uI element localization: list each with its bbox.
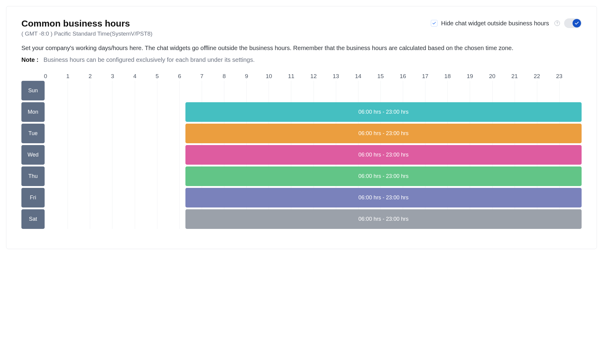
hour-tick: 4 <box>135 73 157 80</box>
hour-tick: 0 <box>46 73 68 80</box>
day-row: Fri06:00 hrs - 23:00 hrs <box>46 188 582 207</box>
note-text: Business hours can be configured exclusi… <box>43 56 254 63</box>
day-row: Wed06:00 hrs - 23:00 hrs <box>46 145 582 165</box>
hours-axis: 01234567891011121314151617181920212223 <box>46 73 582 80</box>
hours-bar-tue[interactable]: 06:00 hrs - 23:00 hrs <box>185 124 582 143</box>
page-title: Common business hours <box>21 18 153 29</box>
bar-track[interactable]: 06:00 hrs - 23:00 hrs <box>46 102 582 122</box>
hour-tick: 6 <box>179 73 202 80</box>
hide-widget-checkbox-group: Hide chat widget outside business hours … <box>431 20 560 27</box>
hour-tick: 1 <box>68 73 90 80</box>
help-icon[interactable]: ? <box>554 21 560 26</box>
bar-track[interactable]: 06:00 hrs - 23:00 hrs <box>46 145 582 165</box>
day-row: Sat06:00 hrs - 23:00 hrs <box>46 209 582 229</box>
bar-track[interactable] <box>46 81 582 100</box>
check-icon <box>574 21 579 26</box>
check-icon <box>432 21 436 25</box>
hours-bar-wed[interactable]: 06:00 hrs - 23:00 hrs <box>185 145 582 165</box>
hour-tick: 2 <box>90 73 112 80</box>
day-row: Tue06:00 hrs - 23:00 hrs <box>46 124 582 143</box>
day-label-fri[interactable]: Fri <box>21 188 45 207</box>
hours-bar-sat[interactable]: 06:00 hrs - 23:00 hrs <box>185 209 582 229</box>
hour-tick: 5 <box>157 73 179 80</box>
day-label-sat[interactable]: Sat <box>21 209 45 229</box>
bar-track[interactable]: 06:00 hrs - 23:00 hrs <box>46 166 582 186</box>
hours-bar-mon[interactable]: 06:00 hrs - 23:00 hrs <box>185 102 582 122</box>
day-row: Mon06:00 hrs - 23:00 hrs <box>46 102 582 122</box>
hour-tick: 23 <box>559 73 582 80</box>
bar-track[interactable]: 06:00 hrs - 23:00 hrs <box>46 209 582 229</box>
hours-bar-fri[interactable]: 06:00 hrs - 23:00 hrs <box>185 188 582 207</box>
hour-tick: 8 <box>224 73 247 80</box>
description-text: Set your company's working days/hours he… <box>21 43 582 53</box>
note-label: Note : <box>21 56 39 63</box>
header-row: Common business hours ( GMT -8:0 ) Pacif… <box>21 18 582 37</box>
day-row: Sun <box>46 81 582 100</box>
hour-tick: 7 <box>202 73 224 80</box>
day-label-mon[interactable]: Mon <box>21 102 45 122</box>
hours-bar-thu[interactable]: 06:00 hrs - 23:00 hrs <box>185 166 582 186</box>
day-label-tue[interactable]: Tue <box>21 124 45 143</box>
day-label-sun[interactable]: Sun <box>21 81 45 100</box>
bar-track[interactable]: 06:00 hrs - 23:00 hrs <box>46 124 582 143</box>
toggle-knob <box>573 19 581 27</box>
header-left: Common business hours ( GMT -8:0 ) Pacif… <box>21 18 153 37</box>
hide-widget-checkbox[interactable] <box>431 20 437 27</box>
note-row: Note : Business hours can be configured … <box>21 56 582 63</box>
day-label-wed[interactable]: Wed <box>21 145 45 165</box>
hide-widget-toggle[interactable] <box>564 18 582 28</box>
timezone-subtitle: ( GMT -8:0 ) Pacific Standard Time(Syste… <box>21 30 153 37</box>
schedule: 01234567891011121314151617181920212223 S… <box>21 73 582 229</box>
hour-tick: 3 <box>112 73 135 80</box>
hide-widget-label: Hide chat widget outside business hours <box>441 20 549 27</box>
day-label-thu[interactable]: Thu <box>21 166 45 186</box>
business-hours-card: Common business hours ( GMT -8:0 ) Pacif… <box>6 6 597 249</box>
schedule-grid: SunMon06:00 hrs - 23:00 hrsTue06:00 hrs … <box>46 81 582 229</box>
day-row: Thu06:00 hrs - 23:00 hrs <box>46 166 582 186</box>
bar-track[interactable]: 06:00 hrs - 23:00 hrs <box>46 188 582 207</box>
hide-widget-group: Hide chat widget outside business hours … <box>431 18 582 28</box>
